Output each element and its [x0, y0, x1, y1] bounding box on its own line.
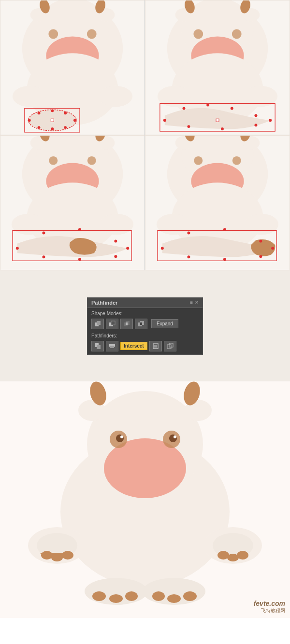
panel-2-illustration	[145, 0, 290, 135]
svg-point-19	[51, 127, 54, 130]
bottom-cow-area: fevte.com 飞特教程网	[0, 381, 290, 618]
svg-point-135	[152, 591, 165, 601]
panel-1-illustration	[0, 0, 145, 135]
panel-3-illustration	[0, 136, 145, 270]
svg-point-62	[114, 239, 117, 242]
svg-rect-94	[126, 322, 128, 325]
svg-rect-97	[140, 322, 142, 325]
svg-point-116	[120, 435, 123, 438]
svg-rect-91	[111, 321, 115, 325]
panel-4-illustration	[145, 136, 290, 270]
outline-button[interactable]	[164, 341, 176, 351]
watermark: fevte.com 飞特教程网	[254, 600, 285, 614]
svg-point-16	[64, 112, 67, 114]
pathfinder-controls: ≡ ✕	[190, 300, 199, 305]
panel-2	[145, 0, 290, 135]
svg-rect-89	[97, 321, 101, 325]
svg-point-80	[161, 247, 164, 250]
svg-point-86	[223, 258, 226, 261]
svg-point-118	[169, 434, 177, 442]
svg-point-15	[51, 109, 54, 112]
panel-3	[0, 135, 145, 270]
svg-point-137	[183, 591, 197, 601]
svg-point-82	[223, 228, 226, 231]
pathfinder-panel: Pathfinder ≡ ✕ Shape Modes:	[87, 297, 203, 355]
svg-point-63	[126, 247, 129, 250]
svg-point-119	[174, 435, 176, 438]
panels-grid	[0, 0, 290, 270]
pathfinders-row: Intersect	[91, 341, 199, 351]
pathfinder-titlebar: Pathfinder ≡ ✕	[87, 298, 203, 308]
svg-point-129	[237, 551, 248, 560]
panel-1	[0, 0, 145, 135]
svg-point-17	[73, 119, 76, 122]
svg-point-37	[183, 107, 186, 110]
svg-point-75	[232, 156, 241, 165]
svg-point-134	[125, 591, 138, 601]
expand-button[interactable]: Expand	[151, 319, 178, 328]
svg-point-30	[193, 29, 203, 39]
svg-point-124	[62, 551, 73, 560]
svg-point-132	[92, 591, 106, 601]
svg-point-61	[78, 228, 81, 231]
svg-rect-101	[110, 346, 114, 348]
final-cow-illustration	[0, 381, 290, 618]
minus-front-button[interactable]	[106, 319, 118, 329]
svg-point-56	[12, 214, 45, 235]
pathfinder-menu-icon[interactable]: ≡	[190, 300, 193, 305]
svg-point-10	[13, 86, 46, 107]
svg-point-122	[41, 551, 53, 560]
svg-point-41	[269, 119, 272, 122]
pathfinders-label: Pathfinders:	[91, 333, 199, 338]
svg-point-123	[51, 554, 63, 561]
svg-point-53	[49, 156, 58, 165]
svg-point-115	[116, 434, 124, 442]
unite-button[interactable]	[91, 319, 104, 329]
watermark-line1: fevte.com	[254, 600, 285, 607]
shape-modes-row: Expand	[91, 319, 199, 329]
svg-point-20	[38, 126, 41, 129]
svg-point-54	[87, 156, 96, 165]
svg-point-60	[42, 232, 45, 235]
svg-point-66	[42, 255, 45, 258]
svg-point-43	[221, 127, 224, 130]
svg-point-87	[187, 255, 190, 258]
svg-point-84	[271, 247, 274, 250]
svg-point-36	[163, 119, 166, 122]
svg-point-39	[231, 107, 233, 110]
svg-point-13	[28, 119, 31, 122]
svg-point-7	[48, 29, 58, 39]
svg-point-44	[187, 125, 190, 128]
svg-point-18	[64, 126, 67, 129]
svg-point-57	[100, 214, 134, 235]
svg-point-38	[206, 103, 209, 106]
svg-point-65	[78, 258, 81, 261]
svg-point-83	[259, 239, 262, 242]
exclude-button[interactable]	[135, 319, 147, 329]
svg-point-31	[232, 29, 242, 39]
svg-rect-99	[97, 345, 101, 349]
svg-point-40	[254, 114, 257, 117]
svg-point-85	[259, 255, 262, 258]
shape-modes-label: Shape Modes:	[91, 311, 199, 316]
svg-point-74	[194, 156, 203, 165]
svg-rect-103	[154, 345, 157, 348]
pathfinder-collapse-icon[interactable]: ✕	[195, 300, 199, 305]
svg-point-133	[109, 594, 123, 603]
svg-point-64	[114, 255, 117, 258]
svg-point-14	[38, 112, 41, 114]
svg-point-42	[254, 124, 257, 126]
intersect-highlighted-button[interactable]: Intersect	[120, 342, 147, 350]
watermark-line2: 飞特教程网	[254, 607, 285, 614]
pathfinder-content: Shape Modes:	[87, 308, 203, 354]
merge-button[interactable]	[106, 341, 118, 351]
intersect-button[interactable]	[120, 319, 133, 329]
pathfinder-title: Pathfinder	[91, 300, 117, 306]
pathfinder-area: Pathfinder ≡ ✕ Shape Modes:	[0, 270, 290, 381]
crop-button[interactable]	[149, 341, 162, 351]
svg-point-8	[87, 29, 97, 39]
svg-point-11	[99, 86, 133, 107]
trim-button[interactable]	[91, 341, 104, 351]
svg-rect-21	[51, 119, 54, 122]
svg-point-59	[16, 247, 19, 250]
